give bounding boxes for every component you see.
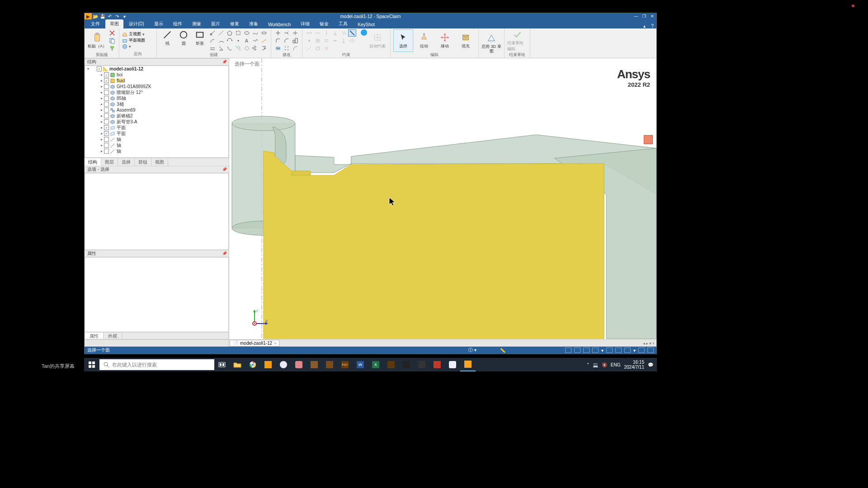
ribbon-tab-8[interactable]: 准备 [245,19,263,28]
three-point-rect-button[interactable] [234,29,242,37]
app-button-3[interactable]: PST [337,358,353,371]
ribbon-help-button[interactable]: ? [648,23,656,28]
tray-expand-button[interactable]: ˄ [587,362,589,367]
pin-icon[interactable]: 📌 [222,167,227,172]
ribbon-tab-12[interactable]: 工具 [334,19,352,28]
auto-constrain-button[interactable]: 自动约束 [368,29,387,52]
sweep-arc-button[interactable] [226,45,234,52]
snap-tool-5[interactable] [606,347,613,353]
structure-tab-0[interactable]: 结构 [85,158,101,166]
volume-icon[interactable]: 🔇 [602,362,607,367]
dimension-button[interactable] [305,29,313,37]
midpoint-constraint-button[interactable] [331,37,339,44]
start-3d-sketch-button[interactable]: 启用 3D 草图 [481,32,501,55]
tree-item-0[interactable]: ▸✓boi [85,72,228,78]
qat-redo-button[interactable]: ↷ [113,13,121,19]
extend-button[interactable] [283,29,291,37]
app-button-2[interactable] [322,358,337,371]
snap-tool-7[interactable] [624,347,631,353]
isometric-view-button[interactable]: ▾ [122,44,154,49]
fix-constraint-button[interactable] [340,37,348,44]
circle-tool-button[interactable]: 圆 [176,30,191,52]
tree-item-2[interactable]: ▸GH1-01A8899ZK [85,84,228,89]
3d-viewport[interactable]: 选择一个面 [229,58,656,339]
vertical-constraint-button[interactable] [322,29,330,37]
select-tool-button[interactable]: 选择 [393,29,413,52]
tab-next-button[interactable]: ▸ [646,341,648,346]
app-button-6[interactable] [429,358,445,371]
equation-curve-button[interactable] [251,37,259,44]
start-button[interactable] [84,358,99,371]
project-button[interactable] [217,45,225,52]
explorer-button[interactable] [230,358,245,371]
status-info-button[interactable]: ⓘ ▾ [468,347,476,353]
word-button[interactable]: W [353,358,368,371]
tree-item-3[interactable]: ▸喷嘴部分 12° [85,89,228,95]
window-minimize-button[interactable]: — [632,13,640,19]
three-point-arc-button[interactable] [226,37,234,44]
properties-panel-header[interactable]: 属性 📌 [85,250,229,257]
spline-button[interactable] [251,29,259,37]
pattern-button[interactable] [283,45,291,52]
tree-root[interactable]: ▾✓📐model-zaoli1-12 [85,66,228,72]
ribbon-tab-6[interactable]: 面片 [207,19,225,28]
qat-save-button[interactable]: 💾 [99,13,106,19]
snap-tool-8[interactable] [638,347,645,353]
structure-panel-header[interactable]: 结构 📌 [85,58,229,66]
structure-tab-3[interactable]: 群组 [135,158,151,166]
window-maximize-button[interactable]: ❐ [640,13,648,19]
copy-button[interactable] [108,37,116,44]
ribbon-collapse-button[interactable]: ▴ [640,23,648,28]
ime-indicator[interactable]: ENG [611,362,621,367]
tree-item-10[interactable]: ▸✓平面 [85,131,228,136]
paste-button[interactable]: 粘贴（A） [87,29,107,52]
tangent-arc-button[interactable] [208,37,217,44]
perpendicular-constraint-button[interactable] [331,29,339,37]
delete-constraint-button[interactable] [322,45,330,52]
snap-tool-1[interactable] [565,347,571,353]
ribbon-tab-1[interactable]: 草图 [105,19,123,28]
close-tab-button[interactable]: × [274,341,276,346]
finish-sketch-button[interactable]: 结束草绘编辑 [507,29,527,52]
parallel-constraint-button[interactable] [340,29,348,37]
construction-line-button[interactable] [217,29,225,37]
qat-open-button[interactable]: 📂 [92,13,99,19]
cut-button[interactable] [108,29,116,37]
qat-play-button[interactable]: ▶ [85,13,92,19]
fillet-button[interactable] [274,37,282,44]
ellipse-button[interactable] [243,29,251,37]
tree-item-8[interactable]: ▸新弯管3-A [85,119,228,125]
format-painter-button[interactable] [108,45,116,52]
pull-tool-button[interactable]: 拉动 [414,29,434,52]
terminal-button[interactable] [399,358,414,371]
status-measure-button[interactable]: 📏 [500,348,505,353]
mirror-button[interactable] [274,45,282,52]
tree-item-4[interactable]: ▸85轴 [85,95,228,101]
slot-button[interactable] [260,29,268,37]
radius-constraint-button[interactable] [314,45,322,52]
structure-tree[interactable]: ▾✓📐model-zaoli1-12▸✓boi▸✓fluid▸GH1-01A88… [85,66,229,158]
concentric-constraint-button[interactable] [314,37,322,44]
rectangle-tool-button[interactable]: 矩形 [192,30,208,52]
app-button-4[interactable] [383,358,399,371]
tree-item-5[interactable]: ▸3桶 [85,101,228,107]
snap-tool-6[interactable] [615,347,622,353]
spaceclaim-button[interactable] [460,358,476,371]
coincident-constraint-button[interactable] [305,37,313,44]
app-button-7[interactable] [445,358,460,371]
structure-tab-2[interactable]: 选择 [118,158,135,166]
snip-button[interactable] [291,358,307,371]
plan-view-button[interactable]: 平面视图 [122,38,154,43]
properties-tab-0[interactable]: 属性 [85,333,104,339]
text-button[interactable]: A [243,37,251,44]
options-panel-header[interactable]: 选项 - 选择 📌 [85,166,229,173]
ribbon-tab-9[interactable]: Workbench [264,21,295,28]
tree-item-11[interactable]: ▸轴 [85,136,228,142]
move-tool-button[interactable]: 移动 [435,29,455,52]
view-cube[interactable] [644,135,653,144]
helix-button[interactable] [251,45,259,52]
polygon-button[interactable] [226,29,234,37]
construction-button[interactable] [243,45,251,52]
window-close-button[interactable]: ✕ [648,13,656,19]
horizontal-constraint-button[interactable] [314,29,322,37]
